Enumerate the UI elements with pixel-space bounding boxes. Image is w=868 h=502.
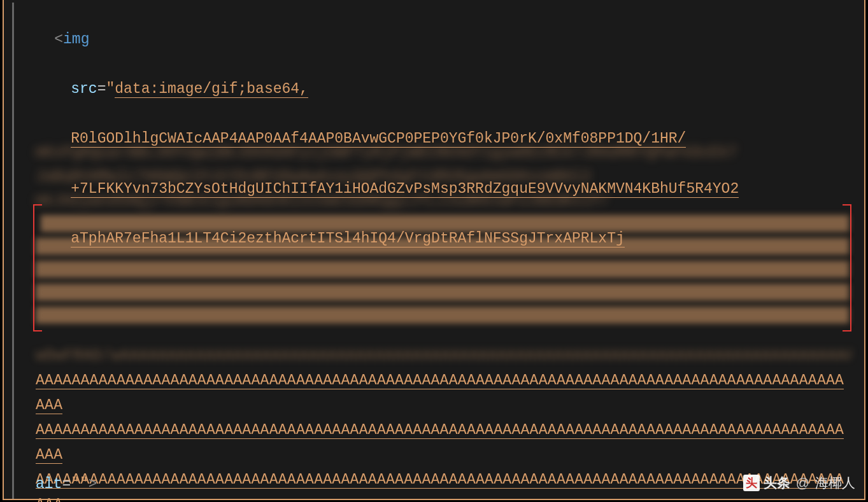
blurred-code-line: JaBqRnHMwlc7HGWQelFckYDvBFUDwAwAxayQQPhd… [36, 165, 672, 190]
a-run-line: AAAAAAAAAAAAAAAAAAAAAAAAAAAAAAAAAAAAAAAA… [36, 422, 844, 464]
highlight-bracket-bottom-left [33, 330, 42, 331]
equals-sign: = [97, 81, 106, 97]
attr-name-src: src [71, 81, 97, 97]
blurred-code-line: mkJHZywnd5AQjrVSBCklguAbHdnKlxcUwCSdAKgg… [36, 190, 672, 214]
watermark-at: @ [796, 471, 809, 494]
a-run-line: AAAAAAAAAAAAAAAAAAAAAAAAAAAAAAAAAAAAAAAA… [36, 372, 844, 414]
blurred-a-row [36, 284, 849, 300]
code-editor-pane: <img src="data:image/gif;base64, R0lGODl… [3, 0, 865, 500]
watermark-logo-icon: 头 [743, 475, 760, 491]
open-quote: " [106, 81, 115, 97]
tag-name-img: img [63, 31, 89, 48]
highlight-bracket-bottom-right [843, 330, 851, 331]
code-content[interactable]: <img src="data:image/gif;base64, R0lGODl… [19, 3, 859, 276]
blurred-a-line: wDwFRAD/wAAAAAAAAAAAAAAAAAAAAAAAAAAAAAAA… [36, 344, 851, 363]
src-value-a-run: AAAAAAAAAAAAAAAAAAAAAAAAAAAAAAAAAAAAAAAA… [36, 368, 853, 502]
fold-gutter-line [12, 3, 14, 499]
watermark-user: 海椰人 [815, 471, 855, 494]
equals-sign: = [62, 476, 71, 492]
src-value-part1: data:image/gif;base64, [115, 81, 308, 98]
tag-close-bracket: > [89, 476, 97, 492]
watermark-brand: 头条 [764, 471, 790, 494]
close-quote-alt: " [80, 476, 89, 492]
watermark: 头 头条 @海椰人 [743, 471, 855, 494]
blurred-a-row [36, 261, 849, 277]
blurred-a-row [41, 215, 849, 232]
alt-attribute-line: alt=""> [36, 472, 97, 497]
open-quote-alt: " [71, 476, 80, 492]
blurred-code-line: mKxPgKQuarABcJKPnQwlBkJDkRdAFyljUWFTyRjP… [36, 141, 857, 165]
tag-open-bracket: < [54, 31, 63, 48]
a-run-line: AAAAAAAAAAAAAAAAAAAAAAAAAAAAAAAAAAAAAAAA… [36, 471, 844, 502]
blurred-a-row [36, 307, 849, 323]
attr-name-alt: alt [36, 476, 62, 492]
blurred-a-row [36, 238, 849, 254]
